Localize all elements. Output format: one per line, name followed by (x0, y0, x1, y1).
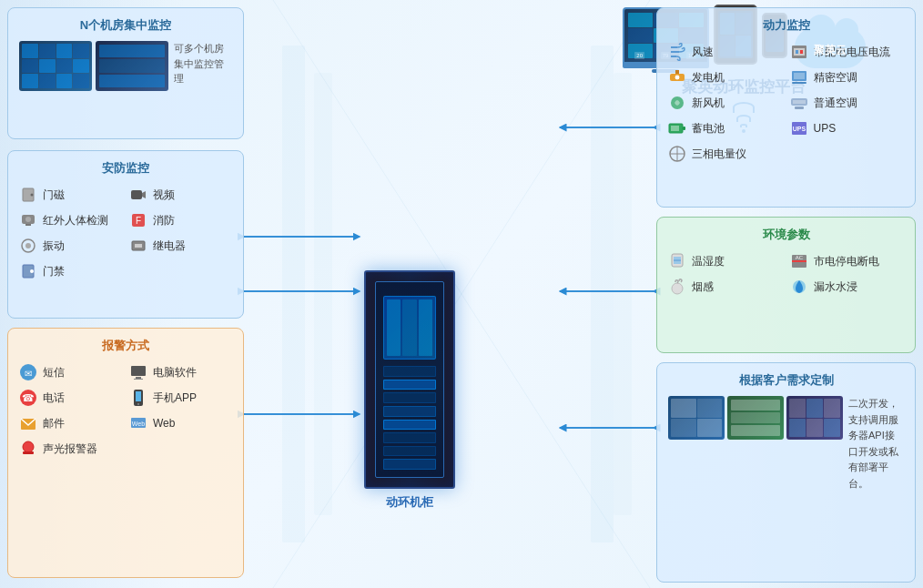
svg-point-58 (674, 75, 680, 80)
svg-rect-66 (795, 106, 804, 109)
top-left-desc-line1: 可多个机房 (174, 41, 232, 56)
svg-text:Web: Web (132, 421, 145, 427)
list-item: 红外人体检测 (19, 209, 122, 231)
fresh-air-icon (668, 94, 686, 112)
email-icon (19, 414, 37, 432)
svg-point-44 (137, 403, 139, 405)
alarm-icon (19, 440, 37, 458)
video-icon (129, 186, 147, 204)
list-item: AC 市电停电断电 (790, 250, 905, 272)
list-item: 振动 (19, 235, 122, 257)
svg-rect-56 (800, 50, 803, 54)
smoke-icon (668, 278, 686, 296)
bottom-left-panel-title: 报警方式 (19, 338, 232, 354)
list-item: 精密空调 (790, 66, 905, 88)
relay-icon (129, 237, 147, 255)
list-item: ☎ 电话 (19, 387, 122, 409)
svg-point-25 (25, 217, 31, 222)
list-item: 视频 (129, 184, 232, 206)
wind-icon (668, 43, 686, 61)
list-item: ✉ 短信 (19, 361, 122, 383)
cloud-name: 聚英云 (814, 43, 847, 58)
list-item: 三相电量仪 (668, 143, 783, 165)
list-item: 发电机 (668, 66, 783, 88)
bottom-right-panel: 根据客户需求定制 (656, 362, 916, 583)
phone-call-icon: ☎ (19, 389, 37, 407)
svg-rect-26 (25, 224, 31, 226)
list-item: 电脑软件 (129, 361, 232, 383)
svg-text:F: F (136, 216, 141, 226)
svg-rect-69 (671, 126, 679, 131)
list-item: 漏水水浸 (790, 276, 905, 298)
app-icon (129, 389, 147, 407)
top-right-panel: 动力监控 风速 市配电电压电流 (656, 7, 916, 208)
power-supply-icon (790, 43, 808, 61)
svg-marker-23 (142, 191, 146, 198)
list-item: 蓄电池 (668, 117, 783, 139)
svg-point-21 (31, 194, 34, 197)
list-item: 温湿度 (668, 250, 783, 272)
top-left-desc-line2: 集中监控管理 (174, 56, 232, 86)
list-item: 市配电电压电流 (790, 41, 905, 63)
list-item: 新风机 (668, 92, 783, 114)
list-item: 邮件 (19, 412, 122, 434)
access-icon (19, 262, 37, 280)
svg-rect-22 (131, 190, 142, 199)
precision-ac-icon (790, 68, 808, 86)
list-item: 继电器 (129, 235, 232, 257)
list-item: 门禁 (19, 260, 122, 282)
svg-point-34 (30, 269, 34, 273)
top-left-panel: N个机房集中监控 (7, 7, 244, 139)
svg-point-30 (25, 243, 31, 248)
dc-image-1 (19, 41, 92, 91)
bottom-right-desc: 二次开发，支持调用服务器API接口开发或私有部署平台。 (848, 396, 904, 492)
mid-right-panel: 环境参数 温湿度 AC 市电停电断电 (656, 217, 916, 353)
svg-rect-62 (792, 82, 806, 84)
power-outage-icon: AC (790, 252, 808, 270)
battery-icon (668, 119, 686, 137)
svg-rect-54 (794, 48, 805, 56)
list-item: 普通空调 (790, 92, 905, 114)
svg-rect-65 (793, 100, 806, 104)
list-item: Web Web (129, 412, 232, 434)
svg-text:UPS: UPS (792, 126, 806, 132)
list-item: 门磁 (19, 184, 122, 206)
list-item: 声光报警器 (19, 438, 122, 460)
svg-text:☎: ☎ (22, 392, 35, 403)
normal-ac-icon (790, 94, 808, 112)
svg-rect-43 (136, 391, 141, 401)
svg-text:✉: ✉ (25, 369, 32, 379)
bottom-left-panel: 报警方式 ✉ 短信 电脑软件 ☎ (7, 328, 244, 578)
dc-image-2 (96, 41, 168, 91)
bottom-right-panel-title: 根据客户需求定制 (668, 372, 904, 389)
fire-icon: F (129, 211, 147, 229)
three-phase-icon (668, 145, 686, 163)
door-magnetic-icon (19, 186, 37, 204)
svg-rect-61 (794, 73, 805, 79)
mid-left-panel-title: 安防监控 (19, 160, 232, 177)
cabinet-label: 动环机柜 (364, 494, 455, 511)
temp-humidity-icon (668, 252, 686, 270)
water-leak-icon (790, 278, 808, 296)
svg-rect-38 (136, 377, 141, 379)
sms-icon: ✉ (19, 363, 37, 381)
list-item: 手机APP (129, 387, 232, 409)
vibration-icon (19, 237, 37, 255)
app-screenshot-1 (668, 396, 725, 440)
web-icon: Web (129, 414, 147, 432)
mid-left-panel: 安防监控 门磁 视频 红外 (7, 150, 244, 319)
top-right-panel-title: 动力监控 (668, 17, 904, 34)
svg-text:AC: AC (795, 255, 803, 260)
generator-icon (668, 68, 686, 86)
svg-rect-37 (131, 366, 146, 376)
list-item: 烟感 (668, 276, 783, 298)
top-left-panel-title: N个机房集中监控 (19, 17, 232, 34)
svg-rect-39 (134, 379, 143, 380)
svg-rect-49 (23, 451, 34, 454)
mid-right-panel-title: 环境参数 (668, 227, 904, 243)
ups-icon: UPS (790, 119, 808, 137)
app-screenshot-3 (786, 396, 843, 440)
svg-point-48 (23, 441, 34, 452)
list-item: UPS UPS (790, 117, 905, 139)
app-screenshot-2 (727, 396, 784, 440)
